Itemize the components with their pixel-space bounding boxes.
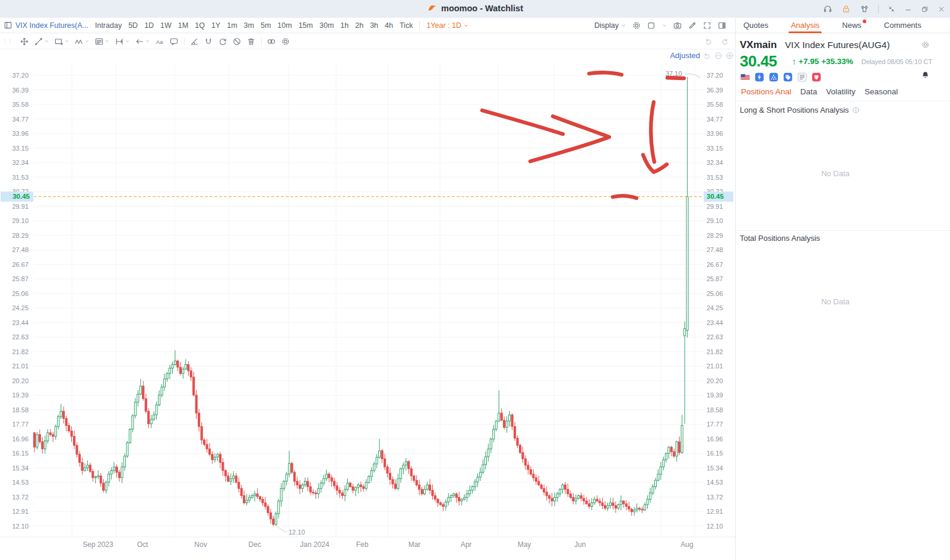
timeframe-15m[interactable]: 15m bbox=[299, 21, 313, 30]
subtab-positions-anal[interactable]: Positions Anal bbox=[741, 87, 791, 96]
timeframe-1d[interactable]: 1D bbox=[144, 21, 154, 30]
subtab-volatility[interactable]: Volatility bbox=[826, 87, 856, 96]
chart-settings-gear-icon[interactable] bbox=[632, 21, 641, 30]
trend-line-icon[interactable] bbox=[34, 37, 43, 46]
tab-analysis[interactable]: Analysis bbox=[791, 18, 819, 33]
chevron-down-icon[interactable] bbox=[64, 39, 69, 44]
magnet-icon[interactable] bbox=[204, 37, 213, 46]
trash-icon[interactable] bbox=[246, 37, 256, 46]
timeframe-intraday[interactable]: Intraday bbox=[95, 21, 122, 30]
price-chart[interactable]: 37.2036.3935.5834.7733.9633.1532.3431.53… bbox=[0, 50, 735, 560]
screenshot-camera-icon[interactable] bbox=[673, 21, 682, 30]
chevron-down-icon[interactable] bbox=[84, 39, 90, 44]
timeframe-3m[interactable]: 3m bbox=[244, 21, 254, 30]
timeframe-10m[interactable]: 10m bbox=[277, 21, 292, 30]
text-aa-icon[interactable]: Aa bbox=[155, 37, 164, 46]
svg-text:25.87: 25.87 bbox=[12, 275, 28, 282]
restore-button[interactable] bbox=[921, 5, 929, 13]
change-value: +7.95 bbox=[799, 57, 819, 66]
lock-icon[interactable] bbox=[841, 4, 851, 14]
undo-icon[interactable] bbox=[704, 37, 713, 46]
price-change: ↑ +7.95 +35.33% bbox=[792, 57, 853, 66]
indicator-box-icon[interactable] bbox=[647, 21, 656, 30]
timeframe-30m[interactable]: 30m bbox=[319, 21, 334, 30]
subtab-seasonal[interactable]: Seasonal bbox=[864, 87, 898, 96]
heart-sq-icon[interactable] bbox=[811, 72, 822, 82]
display-dropdown[interactable]: Display bbox=[594, 21, 626, 30]
tab-news[interactable]: News bbox=[842, 18, 862, 33]
link-rings-icon[interactable] bbox=[267, 37, 276, 46]
timeframe-1w[interactable]: 1W bbox=[160, 21, 172, 30]
chevron-down-icon[interactable] bbox=[125, 39, 130, 44]
svg-text:Jan 2024: Jan 2024 bbox=[300, 540, 330, 549]
indicator-chevron-icon[interactable] bbox=[661, 23, 667, 28]
svg-text:27.48: 27.48 bbox=[12, 246, 28, 253]
comment-bubble-icon[interactable] bbox=[169, 37, 179, 46]
flag-us-icon[interactable] bbox=[740, 72, 750, 82]
timeframe-1m[interactable]: 1m bbox=[227, 21, 237, 30]
redo-icon[interactable] bbox=[720, 37, 729, 46]
shape-rect-icon[interactable] bbox=[54, 37, 64, 46]
chevron-down-icon[interactable] bbox=[44, 39, 49, 44]
period-selector[interactable]: 1Year : 1D bbox=[426, 21, 469, 30]
chevron-down-icon[interactable] bbox=[145, 39, 150, 44]
divider bbox=[184, 37, 185, 46]
timeframe-1q[interactable]: 1Q bbox=[195, 21, 205, 30]
tab-quotes[interactable]: Quotes bbox=[743, 18, 768, 33]
move-icon[interactable] bbox=[20, 37, 29, 46]
timeframe-1y[interactable]: 1Y bbox=[211, 21, 220, 30]
headset-icon[interactable] bbox=[823, 4, 832, 14]
zoom-in-icon[interactable] bbox=[726, 52, 734, 60]
fullscreen-icon[interactable] bbox=[702, 21, 712, 30]
zoom-out-icon[interactable] bbox=[714, 52, 723, 60]
timeframe-5d[interactable]: 5D bbox=[128, 21, 138, 30]
watchlist-panel-icon[interactable] bbox=[4, 21, 12, 30]
bolt-sq-icon[interactable] bbox=[754, 72, 765, 82]
no-draw-icon[interactable] bbox=[232, 37, 242, 46]
shirt-icon[interactable] bbox=[860, 4, 869, 14]
reset-zoom-icon[interactable] bbox=[703, 52, 711, 60]
svg-text:21.01: 21.01 bbox=[12, 362, 28, 370]
section-title-text: Total Positions Analysis bbox=[740, 234, 820, 243]
chevron-down-icon[interactable] bbox=[104, 39, 110, 44]
info-icon[interactable] bbox=[852, 106, 860, 114]
gear-icon[interactable] bbox=[281, 37, 290, 46]
tri-dots-sq-icon[interactable] bbox=[768, 72, 779, 82]
hand-drawn-annotations[interactable] bbox=[482, 72, 684, 198]
minimize-button[interactable] bbox=[904, 5, 912, 13]
tag-sq-icon[interactable] bbox=[783, 72, 793, 82]
continuous-draw-icon[interactable] bbox=[218, 37, 227, 46]
note-lines-icon[interactable] bbox=[94, 37, 104, 46]
svg-text:13.72: 13.72 bbox=[12, 494, 28, 501]
symbol-link[interactable]: VIX Index Futures(A... bbox=[15, 21, 88, 30]
timeframe-4h[interactable]: 4h bbox=[385, 21, 393, 30]
timeframe-1m[interactable]: 1M bbox=[178, 21, 188, 30]
panel-settings-gear-icon[interactable] bbox=[921, 40, 930, 52]
tab-comments[interactable]: Comments bbox=[884, 18, 922, 33]
close-button[interactable] bbox=[938, 5, 945, 13]
elliott-wave-icon[interactable] bbox=[74, 37, 84, 46]
timeframe-5m[interactable]: 5m bbox=[261, 21, 271, 30]
layout-panel-icon[interactable] bbox=[717, 21, 727, 30]
chart-header: Adjusted bbox=[594, 51, 734, 60]
angle-icon[interactable] bbox=[189, 37, 199, 46]
high-low-labels: 37.1012.10 bbox=[277, 70, 700, 536]
alert-bell-icon[interactable] bbox=[921, 71, 930, 82]
adjusted-toggle[interactable]: Adjusted bbox=[670, 51, 700, 60]
svg-text:25.87: 25.87 bbox=[707, 275, 723, 282]
draw-pencil-icon[interactable] bbox=[688, 21, 697, 30]
timeframe-3h[interactable]: 3h bbox=[370, 21, 378, 30]
toolbar-drag-handle[interactable]: ⋮⋮ bbox=[2, 38, 12, 44]
svg-text:21.82: 21.82 bbox=[707, 348, 723, 355]
timeframe-2h[interactable]: 2h bbox=[355, 21, 363, 30]
timeframe-tick[interactable]: Tick bbox=[400, 21, 413, 30]
measure-icon[interactable] bbox=[115, 37, 124, 46]
arrow-left-icon[interactable] bbox=[135, 37, 144, 46]
timeframe-1h[interactable]: 1h bbox=[340, 21, 349, 30]
board-sq-icon[interactable] bbox=[797, 72, 808, 82]
svg-text:31.53: 31.53 bbox=[707, 174, 723, 181]
svg-text:32.34: 32.34 bbox=[12, 159, 28, 166]
subtab-data[interactable]: Data bbox=[800, 87, 818, 96]
collapse-button[interactable] bbox=[888, 5, 895, 13]
svg-text:Nov: Nov bbox=[194, 540, 207, 549]
